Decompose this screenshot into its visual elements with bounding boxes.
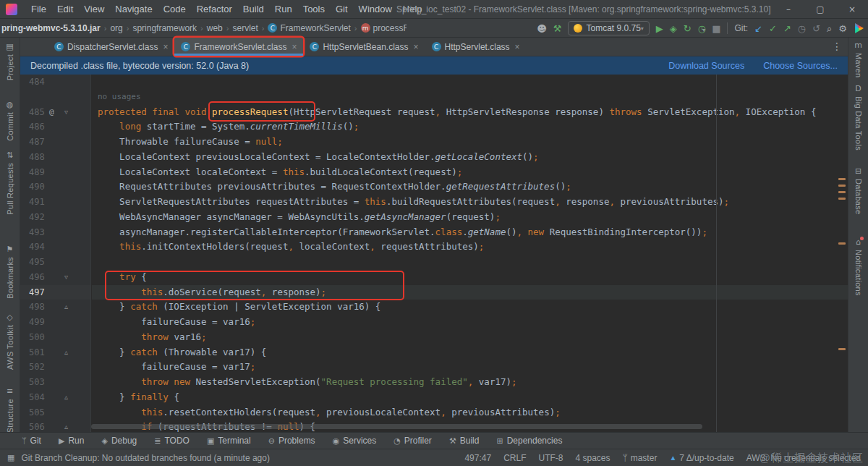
build-hammer-icon[interactable]: ⚒ xyxy=(553,24,562,33)
toolwindow-button-profiler[interactable]: ◔Profiler xyxy=(393,436,432,446)
profiler-icon: ◔ xyxy=(393,436,401,446)
profiler-button[interactable]: ◷▾ xyxy=(698,24,705,33)
git-branch-widget[interactable]: ᛘmaster xyxy=(623,453,658,463)
stripe-item-bookmarks[interactable]: ⚑Bookmarks xyxy=(0,245,20,299)
aws-credentials-widget[interactable]: AWS: No credentials selected xyxy=(746,453,861,463)
stripe-item-pull-requests[interactable]: ⇅Pull Requests xyxy=(0,151,20,215)
menu-code[interactable]: Code xyxy=(158,2,191,16)
menu-file[interactable]: File xyxy=(26,2,51,16)
breadcrumb-item-processrequest[interactable]: mprocessRequest xyxy=(361,23,407,33)
stop-button[interactable]: ■ xyxy=(712,24,720,33)
run-configuration-label: Tomcat 9.0.75 xyxy=(586,23,640,33)
menu-refactor[interactable]: Refactor xyxy=(192,2,237,16)
choose-sources-link[interactable]: Choose Sources... xyxy=(763,61,838,71)
horizontal-scrollbar[interactable] xyxy=(91,424,702,429)
gutter-line: 495 xyxy=(20,255,90,270)
menu-edit[interactable]: Edit xyxy=(52,2,78,16)
download-sources-link[interactable]: Download Sources xyxy=(668,61,744,71)
toolwindow-button-git[interactable]: ᛘGit xyxy=(22,436,41,446)
stripe-item-structure[interactable]: ≡Structure xyxy=(0,386,20,433)
toolwindow-label: Terminal xyxy=(218,436,250,446)
fold-open-icon[interactable]: ▿ xyxy=(64,270,68,285)
line-separator-widget[interactable]: CRLF xyxy=(503,453,526,463)
settings-gear-icon[interactable]: ⚙ xyxy=(838,24,847,33)
tab-dispatcherservlet-class[interactable]: CDispatcherServlet.class× xyxy=(48,38,174,56)
stripe-item-database[interactable]: ⊟Database xyxy=(848,166,868,215)
stripe-item-aws-toolkit[interactable]: ◇AWS Toolkit xyxy=(0,313,20,370)
menu-window[interactable]: Window xyxy=(354,2,397,16)
indent-widget[interactable]: 4 spaces xyxy=(575,453,610,463)
stripe-item-commit[interactable]: ◍Commit xyxy=(0,100,20,141)
breadcrumb-item-pring-webmvc-5-3-10-jar[interactable]: pring-webmvc-5.3.10.jar xyxy=(1,23,101,33)
toolwindow-button-terminal[interactable]: ▣Terminal xyxy=(207,436,251,446)
breadcrumb-item-org[interactable]: org xyxy=(110,23,122,33)
user-account-icon[interactable]: ☻▾ xyxy=(537,24,547,33)
rollback-icon[interactable]: ↺ xyxy=(812,24,820,33)
git-push-icon[interactable]: ↗ xyxy=(783,24,791,33)
run-button[interactable]: ▶ xyxy=(656,24,663,33)
toolwindow-label: Run xyxy=(68,436,84,446)
error-stripe-mark[interactable] xyxy=(838,185,846,187)
tab-httpservletbean-class[interactable]: CHttpServletBean.class× xyxy=(303,38,425,56)
toolwindow-button-build[interactable]: ⚒Build xyxy=(449,436,480,446)
fold-close-icon[interactable]: ▵ xyxy=(64,300,68,315)
tab-options-icon[interactable]: ⋮ xyxy=(832,41,842,52)
stripe-item-big-data-tools[interactable]: DBig Data Tools xyxy=(848,84,868,151)
error-stripe-mark[interactable] xyxy=(838,348,846,350)
debug-button[interactable]: ◈ xyxy=(670,24,677,33)
error-stripe-mark[interactable] xyxy=(838,178,846,180)
stripe-item-maven[interactable]: mMaven xyxy=(848,41,868,78)
minimize-icon[interactable]: – xyxy=(773,0,804,19)
menu-run[interactable]: Run xyxy=(270,2,297,16)
search-icon[interactable]: ⌕ xyxy=(827,24,832,33)
toolwindow-button-problems[interactable]: ⊖Problems xyxy=(268,436,315,446)
coverage-button[interactable]: ↻ xyxy=(684,24,692,33)
run-configuration-select[interactable]: Tomcat 9.0.75 ▾ xyxy=(568,21,649,35)
toolwindow-button-dependencies[interactable]: ⊞Dependencies xyxy=(496,436,562,446)
git-update-icon[interactable]: ↙ xyxy=(754,24,762,33)
line-number: 488 xyxy=(29,152,45,162)
fold-close-icon[interactable]: ▵ xyxy=(64,420,68,432)
toolwindow-button-debug[interactable]: ◈Debug xyxy=(101,436,137,446)
menu-tools[interactable]: Tools xyxy=(298,2,330,16)
status-message[interactable]: Git Branch Cleanup: No outdated branches… xyxy=(21,453,270,463)
fold-open-icon[interactable]: ▿ xyxy=(64,105,68,120)
sync-status-widget[interactable]: ▲7 Δ/up-to-date xyxy=(669,453,733,463)
fold-close-icon[interactable]: ▵ xyxy=(64,390,68,405)
fold-close-icon[interactable]: ▵ xyxy=(64,345,68,360)
close-icon[interactable]: × xyxy=(414,42,419,52)
maximize-icon[interactable]: ▢ xyxy=(804,0,836,19)
ide-features-icon[interactable] xyxy=(854,23,864,33)
git-commit-check-icon[interactable]: ✓ xyxy=(769,24,777,33)
breadcrumb-item-web[interactable]: web xyxy=(207,23,223,33)
error-stripe-mark[interactable] xyxy=(838,198,846,200)
close-icon[interactable]: × xyxy=(163,42,168,52)
menu-build[interactable]: Build xyxy=(238,2,269,16)
encoding-widget[interactable]: UTF-8 xyxy=(538,453,563,463)
menu-git[interactable]: Git xyxy=(331,2,353,16)
menu-navigate[interactable]: Navigate xyxy=(110,2,157,16)
toolwindow-toggle-icon[interactable]: ▦ xyxy=(7,453,14,462)
code-editor[interactable]: 484485@▿48648748848949049149249349449549… xyxy=(20,75,848,432)
close-icon[interactable]: × xyxy=(836,0,868,19)
toolwindow-button-todo[interactable]: ≣TODO xyxy=(154,436,190,446)
breadcrumb-item-springframework[interactable]: springframework xyxy=(132,23,197,33)
error-stripe-mark[interactable] xyxy=(838,191,846,193)
tab-httpservlet-class[interactable]: CHttpServlet.class× xyxy=(425,38,527,56)
menu-view[interactable]: View xyxy=(79,2,109,16)
gutter-line: 493 xyxy=(20,225,90,240)
close-icon[interactable]: × xyxy=(292,42,297,52)
stripe-item-notifications[interactable]: ⌂Notifications xyxy=(848,237,868,296)
close-icon[interactable]: × xyxy=(515,42,520,52)
toolwindow-button-services[interactable]: ◉Services xyxy=(333,436,377,446)
breadcrumb-item-servlet[interactable]: servlet xyxy=(232,23,258,33)
tab-frameworkservlet-class[interactable]: CFrameworkServlet.class× xyxy=(174,38,303,56)
project-icon: ▤ xyxy=(6,42,13,51)
error-stripe-mark[interactable] xyxy=(838,242,846,245)
toolwindow-button-run[interactable]: ▶Run xyxy=(59,436,84,446)
stripe-item-project[interactable]: ▤Project xyxy=(0,42,20,80)
code-line: } finally { xyxy=(92,390,848,405)
breadcrumb-item-frameworkservlet[interactable]: CFrameworkServlet xyxy=(268,23,350,33)
history-clock-icon[interactable]: ◷ xyxy=(798,24,806,33)
caret-position-widget[interactable]: 497:47 xyxy=(464,453,491,463)
